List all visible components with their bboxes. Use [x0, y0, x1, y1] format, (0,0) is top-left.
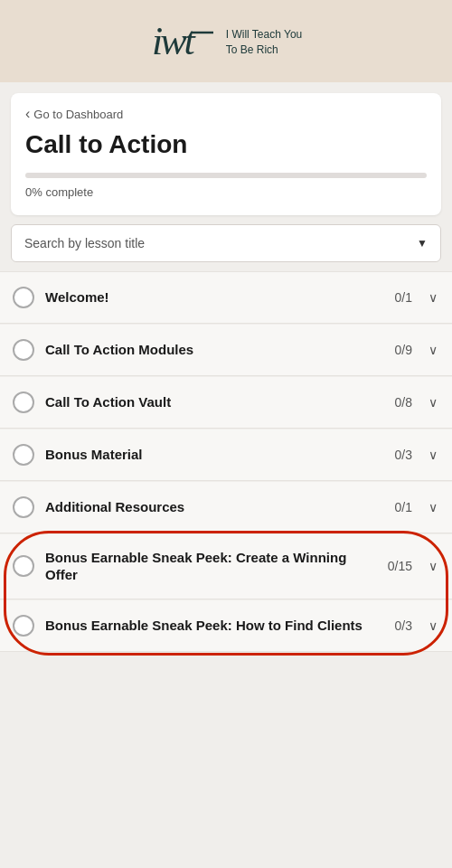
module-count: 0/15	[388, 559, 412, 573]
module-title: Welcome!	[45, 288, 384, 307]
module-title: Call To Action Modules	[45, 341, 384, 359]
module-item-sneak-peek-2[interactable]: Bonus Earnable Sneak Peek: How to Find C…	[0, 600, 452, 652]
module-title: Bonus Earnable Sneak Peek: Create a Winn…	[45, 549, 377, 584]
circled-modules-group: Bonus Earnable Sneak Peek: Create a Winn…	[0, 534, 452, 652]
module-title: Call To Action Vault	[45, 393, 384, 411]
module-item[interactable]: Call To Action Vault 0/8 ∨	[0, 377, 452, 429]
module-checkbox[interactable]	[13, 555, 34, 577]
module-count: 0/3	[395, 448, 412, 462]
module-list: Welcome! 0/1 ∨ Call To Action Modules 0/…	[0, 271, 452, 652]
chevron-down-icon: ∨	[428, 395, 438, 410]
course-card: Go to Dashboard Call to Action 0% comple…	[11, 93, 441, 215]
module-checkbox[interactable]	[13, 392, 34, 413]
dropdown-arrow-icon: ▼	[417, 237, 428, 250]
chevron-down-icon: ∨	[428, 448, 438, 462]
progress-label: 0% complete	[25, 185, 427, 199]
module-item[interactable]: Bonus Material 0/3 ∨	[0, 429, 452, 481]
module-title: Additional Resources	[45, 498, 384, 516]
search-dropdown-label: Search by lesson title	[24, 236, 145, 250]
module-count: 0/9	[395, 343, 412, 357]
module-item-sneak-peek-1[interactable]: Bonus Earnable Sneak Peek: Create a Winn…	[0, 534, 452, 599]
module-count: 0/1	[395, 290, 412, 305]
module-count: 0/3	[395, 618, 412, 633]
module-item[interactable]: Call To Action Modules 0/9 ∨	[0, 325, 452, 376]
chevron-down-icon: ∨	[428, 290, 438, 305]
search-dropdown[interactable]: Search by lesson title ▼	[11, 224, 441, 262]
course-title: Call to Action	[25, 129, 427, 160]
module-checkbox[interactable]	[13, 287, 34, 308]
module-title: Bonus Earnable Sneak Peek: How to Find C…	[45, 617, 384, 635]
module-checkbox[interactable]	[13, 444, 34, 466]
header-banner: iwt I Will Teach You To Be Rich	[0, 0, 452, 82]
module-checkbox[interactable]	[13, 339, 34, 361]
module-count: 0/8	[395, 395, 412, 410]
chevron-down-icon: ∨	[428, 500, 438, 514]
module-checkbox[interactable]	[13, 496, 34, 518]
chevron-down-icon: ∨	[428, 618, 438, 633]
module-title: Bonus Material	[45, 446, 384, 464]
progress-bar-track	[25, 173, 427, 178]
module-item[interactable]: Welcome! 0/1 ∨	[0, 271, 452, 324]
back-to-dashboard-link[interactable]: Go to Dashboard	[25, 106, 427, 122]
chevron-down-icon: ∨	[428, 559, 438, 573]
logo-tagline: I Will Teach You To Be Rich	[226, 27, 303, 58]
module-checkbox[interactable]	[13, 615, 34, 637]
svg-text:iwt: iwt	[152, 19, 197, 61]
module-item[interactable]: Additional Resources 0/1 ∨	[0, 482, 452, 533]
chevron-down-icon: ∨	[428, 343, 438, 357]
logo-script: iwt	[150, 16, 213, 68]
module-count: 0/1	[395, 500, 412, 514]
